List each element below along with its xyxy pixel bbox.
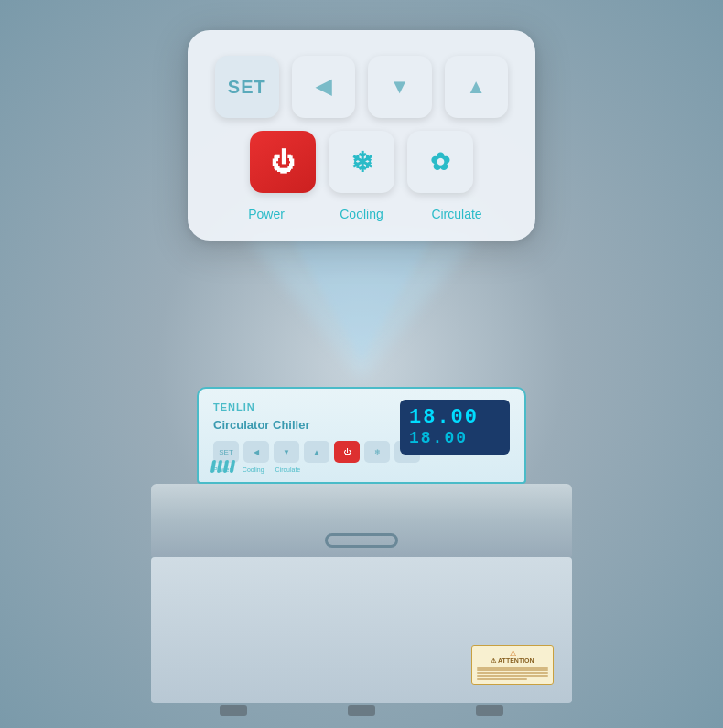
set-button[interactable]: SET (215, 56, 279, 118)
foot-left (220, 705, 247, 716)
cooling-button[interactable]: ❄ (329, 131, 394, 193)
mini-down-button[interactable]: ▼ (274, 441, 299, 463)
power-icon: ⏻ (271, 148, 295, 177)
main-scene: SET ◀ ▼ ▲ ⏻ ❄ ✿ (14, 12, 709, 716)
snowflake-icon: ❄ (351, 146, 373, 178)
machine-body: ⚠ ⚠ ATTENTION (151, 557, 572, 703)
arrow-left-icon: ◀ (316, 75, 331, 99)
arrow-up-button[interactable]: ▲ (445, 56, 509, 118)
mini-labels: Power Cooling Circulate (213, 466, 510, 473)
power-label-item: Power (233, 206, 299, 222)
brand-info: TENLIN Circulator Chiller (213, 401, 309, 432)
attention-line-5 (477, 678, 527, 680)
cooling-label: Cooling (340, 207, 383, 221)
decoration-lines (211, 460, 234, 473)
display-screen: 18.00 18.00 (400, 400, 510, 455)
deco-line-1 (210, 460, 216, 473)
machine-tank (151, 484, 572, 557)
mini-power-button[interactable]: ⏻ (334, 441, 360, 463)
power-label: Power (248, 207, 285, 221)
brand-name: TENLIN (213, 401, 309, 412)
button-labels: Power Cooling Circulate (215, 206, 508, 222)
control-panel: SET ◀ ▼ ▲ ⏻ ❄ ✿ (188, 30, 535, 241)
circulate-label: Circulate (431, 207, 481, 221)
deco-line-2 (217, 460, 222, 473)
machine-feet (151, 705, 572, 716)
device-name: Circulator Chiller (213, 418, 309, 432)
brand-row: TENLIN Circulator Chiller 18.00 18.00 (213, 401, 510, 432)
arrow-down-icon: ▼ (390, 75, 410, 99)
set-label: SET (228, 77, 266, 98)
machine: TENLIN Circulator Chiller 18.00 18.00 SE… (151, 387, 572, 716)
arrow-down-button[interactable]: ▼ (368, 56, 432, 118)
mini-circulate-label: Circulate (275, 466, 301, 473)
light-beam-inner (288, 233, 435, 361)
mini-cooling-button[interactable]: ❄ (364, 441, 390, 463)
mini-up-button[interactable]: ▲ (304, 441, 329, 463)
attention-line-1 (477, 667, 548, 669)
tank-handle (325, 533, 398, 548)
mini-left-button[interactable]: ◀ (243, 441, 269, 463)
top-button-row: SET ◀ ▼ ▲ (215, 56, 508, 118)
display-temp1: 18.00 (409, 407, 501, 429)
arrow-up-icon: ▲ (466, 75, 486, 99)
bottom-button-row: ⏻ ❄ ✿ (215, 131, 508, 193)
control-box: TENLIN Circulator Chiller 18.00 18.00 SE… (197, 387, 526, 484)
display-temp2: 18.00 (409, 429, 501, 447)
attention-lines (477, 667, 548, 680)
fan-icon: ✿ (430, 148, 450, 177)
attention-line-2 (477, 669, 548, 671)
attention-line-3 (477, 672, 548, 674)
mini-cooling-label: Cooling (243, 466, 264, 473)
circulate-label-item: Circulate (424, 206, 490, 222)
arrow-left-button[interactable]: ◀ (292, 56, 356, 118)
foot-right (476, 705, 503, 716)
attention-label: ⚠ ⚠ ATTENTION (471, 645, 554, 685)
deco-line-3 (223, 460, 229, 473)
attention-title: ⚠ ATTENTION (477, 658, 548, 665)
power-button[interactable]: ⏻ (250, 131, 316, 193)
circulate-button[interactable]: ✿ (407, 131, 473, 193)
cooling-label-item: Cooling (329, 206, 394, 222)
warning-icon: ⚠ (477, 649, 548, 658)
foot-center (348, 705, 375, 716)
attention-line-4 (477, 675, 548, 677)
